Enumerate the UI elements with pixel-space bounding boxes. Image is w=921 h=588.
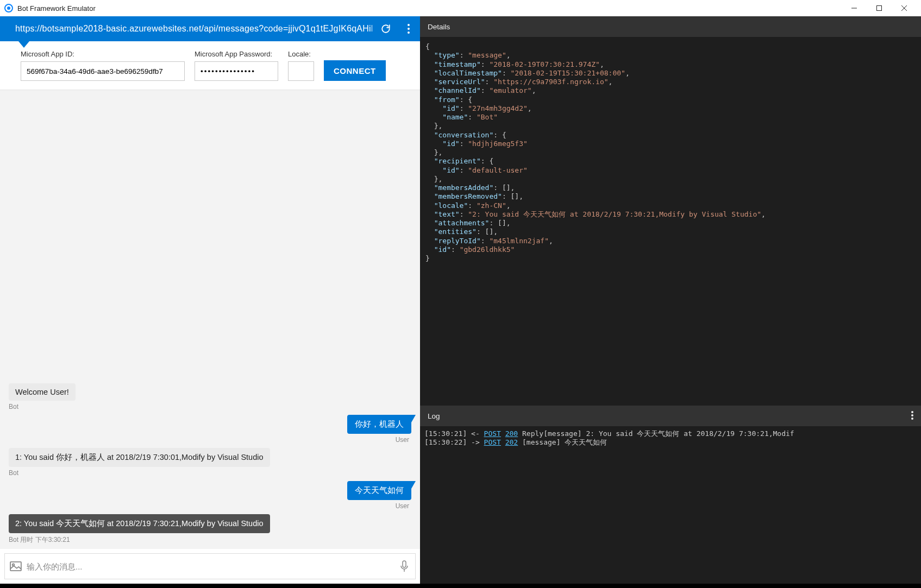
refresh-button[interactable] — [374, 16, 397, 41]
chat-area[interactable]: Welcome User!Bot你好，机器人User1: You said 你好… — [0, 90, 420, 549]
bot-message-meta: Bot — [9, 403, 411, 410]
log-body[interactable]: [15:30:21] <- POST 200 Reply[message] 2:… — [420, 426, 921, 584]
details-title: Details — [428, 23, 450, 31]
log-title: Log — [428, 412, 440, 420]
compose-input[interactable] — [27, 554, 393, 579]
password-input[interactable] — [195, 61, 278, 81]
endpoint-url-input[interactable] — [15, 24, 372, 34]
address-bar — [0, 16, 420, 41]
window-maximize-button[interactable] — [867, 0, 892, 16]
footer-strip — [0, 584, 921, 588]
log-header: Log — [420, 406, 921, 426]
connection-form: Microsoft App ID: Microsoft App Password… — [0, 41, 420, 90]
user-message-meta: User — [396, 436, 411, 444]
window-minimize-button[interactable] — [842, 0, 867, 16]
password-label: Microsoft App Password: — [195, 50, 278, 58]
log-line[interactable]: [15:30:21] <- POST 200 Reply[message] 2:… — [424, 429, 917, 438]
appid-input[interactable] — [21, 61, 185, 81]
svg-point-6 — [408, 31, 410, 34]
appid-label: Microsoft App ID: — [21, 50, 185, 58]
user-message-bubble[interactable]: 今天天气如何 — [347, 481, 411, 500]
bot-message-bubble[interactable]: 2: You said 今天天气如何 at 2018/2/19 7:30:21,… — [9, 514, 270, 533]
microphone-icon[interactable] — [393, 560, 415, 572]
address-pointer-icon — [18, 41, 29, 48]
bot-message-meta: Bot — [9, 469, 411, 477]
user-message-bubble[interactable]: 你好，机器人 — [347, 415, 411, 434]
svg-rect-7 — [10, 562, 21, 571]
emulator-pane: Microsoft App ID: Microsoft App Password… — [0, 16, 420, 584]
details-header: Details — [420, 16, 921, 37]
locale-label: Locale: — [288, 50, 314, 58]
svg-point-12 — [911, 414, 913, 416]
svg-point-4 — [408, 24, 410, 26]
svg-point-11 — [911, 411, 913, 413]
address-more-button[interactable] — [397, 16, 420, 41]
connect-button[interactable]: CONNECT — [324, 60, 386, 81]
log-more-button[interactable] — [911, 411, 913, 421]
svg-rect-1 — [877, 6, 882, 11]
titlebar: Bot Framework Emulator — [0, 0, 921, 16]
locale-input[interactable] — [288, 61, 314, 81]
bot-message-bubble[interactable]: 1: You said 你好，机器人 at 2018/2/19 7:30:01,… — [9, 448, 270, 467]
app-title: Bot Framework Emulator — [17, 4, 96, 12]
compose-bar — [4, 553, 416, 579]
attach-image-icon[interactable] — [5, 561, 27, 571]
log-line[interactable]: [15:30:22] -> POST 202 [message] 今天天气如何 — [424, 438, 917, 447]
svg-rect-9 — [403, 561, 406, 567]
svg-point-5 — [408, 28, 410, 30]
window-close-button[interactable] — [892, 0, 917, 16]
app-icon — [4, 4, 13, 12]
details-body[interactable]: { "type": "message", "timestamp": "2018-… — [420, 37, 921, 406]
svg-point-13 — [911, 418, 913, 420]
user-message-meta: User — [396, 502, 411, 510]
bot-message-meta: Bot 用时 下午3:30:21 — [9, 535, 411, 545]
inspector-pane: Details { "type": "message", "timestamp"… — [420, 16, 921, 584]
bot-message-bubble[interactable]: Welcome User! — [9, 383, 76, 401]
